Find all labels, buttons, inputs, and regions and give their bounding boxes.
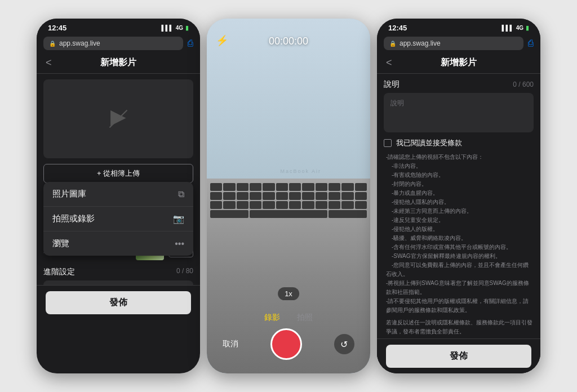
camera-bg: MacBook Air: [207, 19, 370, 373]
publish-button-3[interactable]: 發佈: [386, 345, 531, 368]
dropdown-item-browse[interactable]: 瀏覽 •••: [43, 231, 193, 256]
terms-item-14: ‐請不要侵犯其他用戶的版權或隱私權，有關詳細信息，請參閱用戶的服務條款和隱私政策…: [386, 297, 534, 315]
url-text-3: app.swag.live: [400, 39, 441, 47]
publish-button-1[interactable]: 發佈: [46, 291, 191, 314]
flash-off-icon[interactable]: ⚡️: [216, 34, 228, 47]
status-icons-1: ▌▌▌ 4G ▮: [161, 24, 189, 32]
share-icon-3[interactable]: ⎙: [528, 38, 534, 48]
terms-item-8: -侵犯他人的版權。: [386, 225, 534, 234]
battery-icon-3: ▮: [526, 24, 529, 32]
network-badge-1: 4G: [176, 25, 183, 31]
publish-bar-1: 發佈: [37, 285, 200, 320]
publish-bar-3: 發佈: [377, 338, 540, 373]
lock-icon-1: 🔒: [49, 41, 56, 47]
terms-item-12: -您同意可以免費觀看上傳的內容，並且不會產生任何鑽石收入。: [386, 261, 534, 279]
battery-icon-1: ▮: [185, 24, 189, 32]
zoom-badge[interactable]: 1x: [278, 287, 299, 300]
shutter-button[interactable]: [270, 328, 302, 360]
back-button-1[interactable]: <: [46, 57, 52, 69]
terms-item-13: ‐將視頻上傳到SWAG意味著您了解並同意SWAG的服務條款和社區指範。: [386, 279, 534, 297]
back-button-3[interactable]: <: [386, 57, 392, 69]
scrollable-content-3: 說明 0 / 600 說明 我已閱讀並接受條款 ‐請確認您上傳的視頻不包含以下內…: [377, 74, 540, 373]
laptop-brand-text: MacBook Air: [280, 168, 321, 174]
desc-textarea-3[interactable]: 說明: [384, 93, 534, 132]
video-crossed-icon: [104, 105, 132, 133]
phone1: 12:45 ▌▌▌ 4G ▮ 🔒 app.swag.live ⎙ < 新增影片: [37, 19, 200, 373]
status-bar-3: 12:45 ▌▌▌ 4G ▮: [377, 19, 540, 34]
terms-item-9: -騷擾、威脅和網絡欺凌內容。: [386, 234, 534, 243]
signal-icon-1: ▌▌▌: [161, 25, 173, 31]
terms-main-label: 我已閱讀並接受條款: [396, 138, 462, 148]
terms-item-7: -違反兒童安全規定。: [386, 216, 534, 225]
lock-icon-3: 🔒: [389, 41, 396, 47]
terms-item-15: 若違反以述任一說明或隱私權條款、服務條款此一項目引發爭議，發布者需擔負全部責任。: [386, 318, 534, 336]
share-icon-1[interactable]: ⎙: [188, 38, 193, 48]
page-title-3: 新增影片: [441, 57, 477, 69]
upload-btn-area: + 從相簿上傳 照片圖庫 ⧉ 拍照或錄影 📷 瀏覽 •••: [43, 164, 193, 183]
nav-bar-1: < 新增影片: [37, 54, 200, 74]
dropdown-item-camera[interactable]: 拍照或錄影 📷: [43, 207, 193, 231]
browse-icon: •••: [175, 239, 184, 249]
desc-section-3: 說明 0 / 600 說明: [384, 79, 534, 132]
terms-item-2: -有害或危險的內容。: [386, 171, 534, 180]
url-bar-3: 🔒 app.swag.live ⎙: [377, 34, 540, 54]
dropdown-label-gallery: 照片圖庫: [52, 189, 86, 199]
status-icons-3: ▌▌▌ 4G ▮: [501, 24, 529, 32]
url-pill-3[interactable]: 🔒 app.swag.live: [384, 37, 523, 50]
advanced-counter: 0 / 80: [176, 267, 193, 277]
page-title-1: 新增影片: [100, 57, 136, 69]
dropdown-label-browse: 瀏覽: [52, 238, 69, 249]
advanced-label: 進階設定: [43, 267, 75, 277]
gallery-icon: ⧉: [178, 189, 184, 199]
camera-mode-bar: 錄影 拍照: [207, 313, 370, 323]
terms-item-6: -未經第三方同意而上傳的內容。: [386, 207, 534, 216]
camera-viewfinder: MacBook Air: [207, 19, 370, 373]
terms-item-10: -含有任何浮水印或宣傳其他平台或帳號的內容。: [386, 243, 534, 252]
camera-cancel-button[interactable]: 取消: [223, 339, 238, 349]
dropdown-label-camera: 拍照或錄影: [52, 213, 95, 224]
terms-item-1: -非法內容。: [386, 162, 534, 171]
flip-camera-button[interactable]: ↺: [334, 334, 354, 354]
signal-icon-3: ▌▌▌: [501, 25, 513, 31]
terms-section: 我已閱讀並接受條款 ‐請確認您上傳的視頻不包含以下內容： -非法內容。 -有害或…: [384, 138, 534, 336]
terms-checkbox[interactable]: [384, 139, 392, 147]
camera-controls: 取消 ↺: [207, 328, 370, 360]
network-badge-3: 4G: [516, 25, 523, 31]
status-bar-1: 12:45 ▌▌▌ 4G ▮: [37, 19, 200, 34]
camera-icon: 📷: [173, 213, 184, 224]
status-time-1: 12:45: [48, 24, 66, 32]
url-pill-1[interactable]: 🔒 app.swag.live: [43, 37, 183, 50]
desc-counter-3: 0 / 600: [513, 81, 534, 88]
video-placeholder: [43, 79, 193, 158]
url-bar-1: 🔒 app.swag.live ⎙: [37, 34, 200, 54]
phone3-content: 說明 0 / 600 說明 我已閱讀並接受條款 ‐請確認您上傳的視頻不包含以下內…: [377, 74, 540, 373]
nav-bar-3: < 新增影片: [377, 54, 540, 74]
desc-label-3: 說明: [384, 79, 400, 90]
phone1-content: + 從相簿上傳 照片圖庫 ⧉ 拍照或錄影 📷 瀏覽 •••: [37, 74, 200, 320]
terms-item-11: -SWAG官方保留解釋最終違規內容的權利。: [386, 252, 534, 261]
phone2: MacBook Air: [207, 19, 370, 373]
dropdown-menu: 照片圖庫 ⧉ 拍照或錄影 📷 瀏覽 •••: [43, 182, 193, 256]
terms-item-0: ‐請確認您上傳的視頻不包含以下內容：: [386, 153, 534, 162]
camera-timer: 00:00:00: [269, 35, 308, 47]
status-time-3: 12:45: [388, 24, 407, 32]
mode-video[interactable]: 錄影: [264, 313, 280, 323]
upload-button[interactable]: + 從相簿上傳: [43, 164, 193, 183]
phone3: 12:45 ▌▌▌ 4G ▮ 🔒 app.swag.live ⎙ < 新增影片: [377, 19, 540, 373]
terms-list: ‐請確認您上傳的視頻不包含以下內容： -非法內容。 -有害或危險的內容。 -封閉…: [386, 153, 534, 336]
dropdown-item-gallery[interactable]: 照片圖庫 ⧉: [43, 182, 193, 207]
terms-check-row: 我已閱讀並接受條款: [384, 138, 534, 148]
keyboard-keys: [207, 179, 370, 220]
advanced-title: 進階設定 0 / 80: [43, 267, 193, 277]
mode-photo[interactable]: 拍照: [297, 313, 313, 323]
flip-icon: ↺: [340, 339, 348, 350]
url-text-1: app.swag.live: [59, 39, 100, 47]
terms-item-5: -侵犯他人隱私的內容。: [386, 198, 534, 207]
terms-item-3: -封閉的內容。: [386, 180, 534, 189]
terms-item-4: -暴力或血腥內容。: [386, 189, 534, 198]
